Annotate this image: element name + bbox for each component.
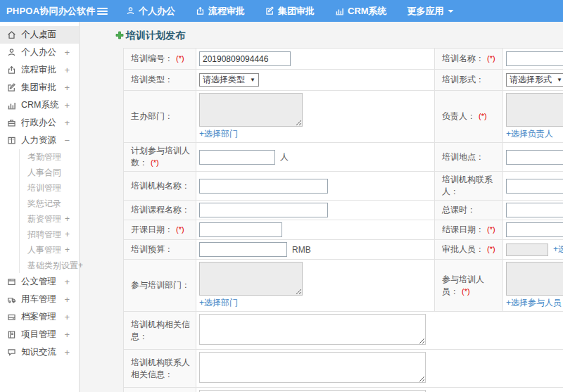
field-label: 审批人员： <box>442 244 484 254</box>
sidebar-subitem-recruitment[interactable]: 招聘管理 + <box>20 227 79 242</box>
org-info-textarea[interactable] <box>199 314 426 345</box>
sidebar-item-documents[interactable]: 公文管理 + <box>0 273 79 291</box>
sidebar-subitem-training[interactable]: 培训管理 <box>20 180 79 196</box>
training-type-select[interactable]: 请选择类型 ▼ <box>199 73 259 87</box>
sidebar-hr-submenu: 考勤管理 人事合同 培训管理 奖惩记录 薪资管理 + 招聘管理 + 人事管理 +… <box>19 149 79 273</box>
select-dept-link[interactable]: +选择部门 <box>199 128 238 140</box>
select-participants-link[interactable]: +选择参与人员 <box>506 297 562 309</box>
sidebar-item-admin-office[interactable]: 行政办公 + <box>0 114 79 132</box>
field-label: 参与培训部门： <box>131 280 190 290</box>
chat-icon <box>7 348 16 357</box>
sidebar-subitem-rewards[interactable]: 奖惩记录 <box>20 196 79 211</box>
total-hours-input[interactable] <box>506 203 563 217</box>
org-name-input[interactable] <box>199 179 328 194</box>
sidebar-subitem-attendance[interactable]: 考勤管理 <box>20 149 79 165</box>
field-label: 计划参与培训人数： <box>131 146 190 167</box>
sidebar-item-personal-desktop[interactable]: 个人桌面 <box>0 26 79 44</box>
doc-icon <box>7 277 16 286</box>
end-date-input[interactable] <box>506 222 563 237</box>
field-label: 培训课程名称： <box>131 205 190 215</box>
expand-icon[interactable]: + <box>64 47 70 58</box>
caret-down-icon: ▼ <box>250 77 255 83</box>
nav-workflow-approval[interactable]: 流程审批 <box>196 5 245 18</box>
field-label: 开课日期： <box>131 225 173 234</box>
add-plus-icon <box>115 30 124 42</box>
sidebar-subitem-personnel[interactable]: 人事管理 + <box>20 242 79 258</box>
sidebar-item-workflow-approval[interactable]: 流程审批 + <box>0 61 79 79</box>
nav-group-approval[interactable]: 集团审批 <box>265 5 315 18</box>
sidebar: 个人桌面 个人办公 + 流程审批 + 集团审批 + CRM系统 + 行政办公 + <box>0 22 80 392</box>
training-no-input[interactable] <box>199 51 291 66</box>
location-input[interactable] <box>506 150 563 165</box>
select-approver-link[interactable]: +选择审批人员 <box>553 244 563 255</box>
leader-textarea[interactable] <box>506 93 563 127</box>
expand-icon[interactable]: + <box>78 260 83 270</box>
sidebar-item-knowledge[interactable]: 知识交流 + <box>0 343 79 361</box>
chart-icon <box>335 6 344 15</box>
edit-icon <box>7 83 16 92</box>
collapse-icon[interactable]: − <box>64 135 70 146</box>
budget-input[interactable] <box>199 242 287 257</box>
sidebar-item-archives[interactable]: 档案管理 + <box>0 308 79 326</box>
page-title: 培训计划发布 <box>115 29 563 43</box>
expand-icon[interactable]: + <box>65 245 70 255</box>
required-mark: (*) <box>479 112 487 120</box>
expand-icon[interactable]: + <box>64 82 70 93</box>
home-icon <box>7 30 16 39</box>
sidebar-subitem-salary[interactable]: 薪资管理 + <box>20 211 79 227</box>
archive-icon <box>7 312 16 322</box>
host-dept-textarea[interactable] <box>199 93 303 127</box>
expand-icon[interactable]: + <box>64 312 70 322</box>
expand-icon[interactable]: + <box>64 65 70 75</box>
join-people-textarea[interactable] <box>506 262 563 296</box>
training-name-input[interactable] <box>506 51 563 66</box>
field-label: 负责人： <box>442 111 476 121</box>
field-label: 培训类型： <box>131 75 173 84</box>
topbar: PHPOA协同办公软件 个人办公 流程审批 集团审批 CRM系统 <box>0 0 563 22</box>
field-label: 培训形式： <box>442 75 484 84</box>
required-mark: (*) <box>487 245 495 253</box>
menu-toggle-icon[interactable] <box>97 8 108 15</box>
expand-icon[interactable]: + <box>64 118 70 128</box>
sidebar-item-vehicles[interactable]: 用车管理 + <box>0 291 79 308</box>
field-label: 培训机构名称： <box>131 181 190 191</box>
main-content: 培训计划发布 培训编号：(*) 培训名称：(*) 培训类型： 请选择类型 ▼ 培… <box>80 22 563 392</box>
expand-icon[interactable]: + <box>64 100 70 110</box>
select-leader-link[interactable]: +选择负责人 <box>506 128 553 140</box>
nav-personal-office[interactable]: 个人办公 <box>126 5 175 18</box>
field-label: 培训名称： <box>442 53 484 63</box>
sidebar-subitem-hr-contract[interactable]: 人事合同 <box>20 165 79 180</box>
expand-icon[interactable]: + <box>64 329 70 340</box>
required-mark: (*) <box>151 158 159 167</box>
expand-icon[interactable]: + <box>65 214 70 224</box>
sidebar-item-crm[interactable]: CRM系统 + <box>0 96 79 114</box>
expand-icon[interactable]: + <box>64 347 70 358</box>
app-logo: PHPOA协同办公软件 <box>0 5 97 18</box>
project-icon <box>7 330 16 339</box>
nav-crm-system[interactable]: CRM系统 <box>335 5 387 18</box>
sidebar-item-projects[interactable]: 项目管理 + <box>0 326 79 343</box>
planned-count-input[interactable] <box>199 150 275 165</box>
edit-icon <box>265 6 274 15</box>
course-name-input[interactable] <box>199 203 328 217</box>
select-dept-link[interactable]: +选择部门 <box>199 297 238 309</box>
required-mark: (*) <box>176 54 184 63</box>
org-contact-input[interactable] <box>506 179 563 194</box>
sidebar-item-personal-office[interactable]: 个人办公 + <box>0 44 79 61</box>
sidebar-item-group-approval[interactable]: 集团审批 + <box>0 79 79 96</box>
sidebar-subitem-base-category[interactable]: 基础类别设置 + <box>20 258 79 273</box>
approver-input[interactable] <box>506 244 548 256</box>
sidebar-item-hr[interactable]: 人力资源 − <box>0 132 79 149</box>
unit-suffix: 人 <box>280 151 289 163</box>
expand-icon[interactable]: + <box>64 294 70 305</box>
flow-icon <box>7 65 16 75</box>
start-date-input[interactable] <box>199 222 282 237</box>
nav-more-apps[interactable]: 更多应用 <box>407 5 454 18</box>
join-dept-textarea[interactable] <box>199 262 303 296</box>
org-contact-info-textarea[interactable] <box>199 352 426 383</box>
expand-icon[interactable]: + <box>64 277 70 287</box>
training-form-select[interactable]: 请选择形式 ▼ <box>506 73 563 87</box>
expand-icon[interactable]: + <box>65 229 70 239</box>
caret-down-icon: ▼ <box>557 77 562 83</box>
caret-down-icon <box>448 9 454 13</box>
